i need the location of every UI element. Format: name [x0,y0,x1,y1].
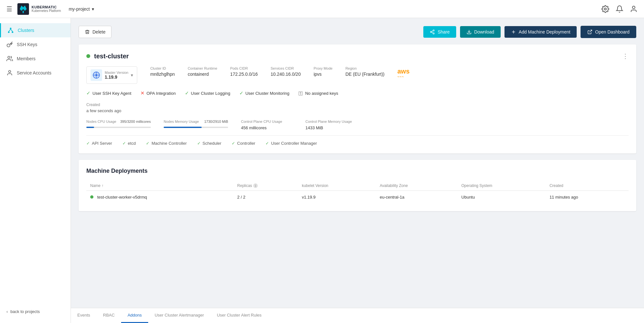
deployments-card: Machine Deployments Name ↑ Replicas i [79,160,636,211]
service-scheduler: ✓ Scheduler [197,141,222,146]
svg-line-17 [432,31,433,32]
sidebar-item-service-accounts[interactable]: Service Accounts [0,66,71,80]
sidebar-item-members[interactable]: Members [0,52,71,66]
svg-point-12 [9,71,11,73]
add-machine-deployment-button[interactable]: Add Machine Deployment [505,26,577,38]
user-icon[interactable] [630,5,638,13]
svg-point-24 [95,74,97,76]
sidebar-item-service-accounts-label: Service Accounts [17,70,51,75]
divider [86,135,629,136]
region-label: Region [345,66,384,70]
key-icon: ⚿ [298,91,303,96]
check-icon-controller: ✓ [232,141,235,146]
feature-opa-label: OPA Integration [147,91,176,96]
metrics-row: Nodes CPU Usage 395/3200 millicores Node… [86,120,629,130]
cluster-card: test-cluster ⋮ Master [79,44,636,153]
svg-line-8 [11,29,13,32]
row-kubelet-version: v1.19.9 [298,191,376,204]
col-name[interactable]: Name ↑ [86,181,233,191]
cluster-id-value: mn8zhglhpn [150,72,175,77]
provider-field: aws ~~~ [397,66,409,79]
col-replicas-label: Replicas i [237,183,258,188]
tab-user-cluster-alertmanager[interactable]: User Cluster Alertmanager [148,308,210,323]
feature-user-cluster-logging: ✓ User Cluster Logging [185,90,230,96]
svg-point-5 [8,31,10,33]
service-machine-controller-label: Machine Controller [151,141,187,146]
check-icon-monitoring: ✓ [239,90,244,96]
sidebar-item-members-label: Members [17,56,35,61]
share-button[interactable]: Share [423,26,456,38]
project-selector[interactable]: my-project ▾ [69,6,94,12]
cluster-context-menu-button[interactable]: ⋮ [622,52,629,60]
service-machine-controller: ✓ Machine Controller [146,141,187,146]
tab-user-cluster-alert-rules[interactable]: User Cluster Alert Rules [210,308,268,323]
tab-events[interactable]: Events [71,308,97,323]
check-icon-etcd: ✓ [122,141,126,146]
version-info: Master Version 1.19.9 [105,71,128,80]
check-icon-api-server: ✓ [86,141,90,146]
table-header-row: Name ↑ Replicas i kubelet Version Availa… [86,181,629,191]
delete-button[interactable]: Delete [79,26,111,38]
version-dropdown-icon[interactable]: ▾ [131,73,133,78]
open-dashboard-button[interactable]: Open Dashboard [581,26,636,38]
service-api-server-label: API Server [92,141,112,146]
services-row: ✓ API Server ✓ etcd ✓ Machine Controller… [86,141,629,146]
sidebar-item-clusters-label: Clusters [18,28,34,33]
sort-asc-icon: ↑ [101,183,103,188]
logo: KUBERMATIC Kubernetes Platform [17,3,61,15]
col-created: Created [546,181,629,191]
main-content: Delete Share Download Add Machine Deploy… [71,18,644,323]
logo-sub: Kubernetes Platform [32,9,61,13]
proxy-mode-label: Proxy Mode [313,66,332,70]
share-label: Share [437,29,449,34]
svg-point-4 [10,28,12,29]
container-runtime-field: Container Runtime containerd [188,66,217,77]
check-icon-logging: ✓ [185,90,189,96]
feature-ssh-label: User SSH Key Agent [92,91,131,96]
download-button[interactable]: Download [460,26,501,38]
members-icon [6,55,13,62]
settings-icon[interactable] [601,5,609,13]
cluster-info-row: Master Version 1.19.9 ▾ Cluster ID mn8zh… [86,66,629,84]
col-availability-zone: Availability Zone [376,181,457,191]
open-dashboard-label: Open Dashboard [595,29,630,34]
tab-rbac[interactable]: RBAC [97,308,121,323]
master-version-box[interactable]: Master Version 1.19.9 ▾ [86,66,137,84]
cluster-status-indicator [86,54,90,58]
add-machine-label: Add Machine Deployment [519,29,570,34]
svg-point-6 [12,31,13,33]
sidebar-item-clusters[interactable]: Clusters [0,23,71,37]
top-nav: ☰ KUBERMATIC Kubernetes Platform my-proj… [0,0,644,18]
service-scheduler-label: Scheduler [203,141,222,146]
ssh-key-icon [6,41,13,48]
control-plane-cpu-metric: Control Plane CPU Usage 456 millicores [241,120,293,130]
tab-addons[interactable]: Addons [121,308,148,323]
chevron-down-icon: ▾ [92,6,94,12]
notifications-icon[interactable] [616,5,623,13]
svg-point-13 [433,30,434,31]
row-name: test-cluster-worker-v5drmq [86,191,233,204]
sidebar-item-ssh-keys[interactable]: SSH Keys [0,37,71,52]
cluster-header: test-cluster ⋮ [86,52,629,60]
project-name: my-project [69,6,90,12]
col-az-label: Availability Zone [380,183,408,188]
check-icon-scheduler: ✓ [197,141,201,146]
control-plane-memory-value: 1433 MiB [305,125,357,130]
services-cidr-value: 10.240.16.0/20 [271,72,301,77]
back-label: back to projects [10,309,40,314]
container-runtime-label: Container Runtime [188,66,217,70]
region-field: Region DE (EU (Frankfurt)) [345,66,384,77]
back-to-projects[interactable]: ‹ back to projects [0,305,71,318]
check-icon-user-controller-manager: ✓ [265,141,269,146]
svg-point-9 [7,44,10,47]
services-cidr-field: Services CIDR 10.240.16.0/20 [271,66,301,77]
service-etcd: ✓ etcd [122,141,136,146]
row-availability-zone: eu-central-1a [376,191,457,204]
hamburger-menu[interactable]: ☰ [6,5,12,13]
feature-keys-label: No assigned keys [305,91,338,96]
services-cidr-label: Services CIDR [271,66,301,70]
proxy-mode-field: Proxy Mode ipvs [313,66,332,77]
share-icon [430,29,435,34]
table-row[interactable]: test-cluster-worker-v5drmq 2 / 2 v1.19.9… [86,191,629,204]
logo-icon [17,3,29,15]
